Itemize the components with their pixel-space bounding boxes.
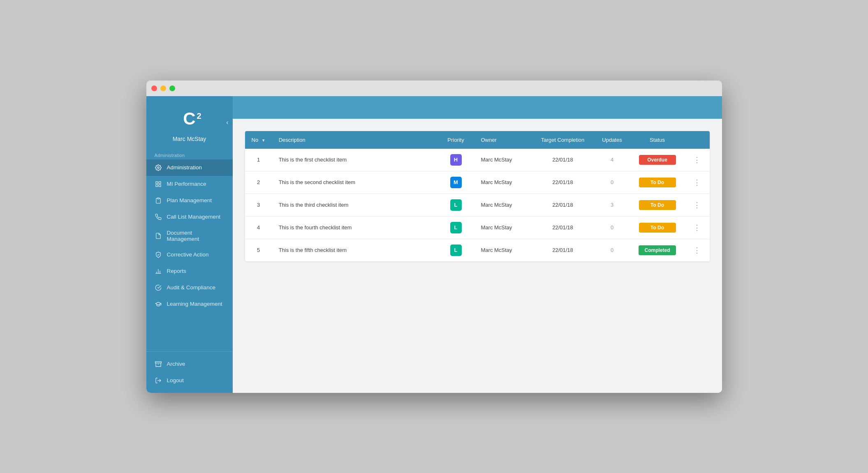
check-circle-icon	[155, 284, 162, 291]
col-header-description: Description	[272, 131, 437, 149]
table-row: 4 This is the fourth checklist item L Ma…	[245, 216, 710, 239]
user-name: Marc McStay	[173, 136, 206, 142]
cell-updates: 0	[594, 171, 631, 194]
data-table: No ▼ Description Priority Owner Target C…	[245, 131, 710, 261]
cell-description: This is the fourth checklist item	[272, 216, 437, 239]
sidebar-item-logout[interactable]: Logout	[146, 372, 233, 389]
cell-owner: Marc McStay	[475, 239, 532, 261]
col-header-actions	[684, 131, 710, 149]
cell-priority: L	[437, 194, 475, 216]
svg-rect-1	[156, 182, 158, 184]
svg-rect-5	[157, 198, 159, 199]
window-controls	[151, 85, 175, 91]
cell-description: This is the second checklist item	[272, 171, 437, 194]
sidebar-item-label: Archive	[167, 361, 185, 367]
priority-badge: L	[450, 222, 462, 233]
col-header-priority: Priority	[437, 131, 475, 149]
cell-actions: ⋮	[684, 171, 710, 194]
priority-badge: H	[450, 154, 462, 166]
sidebar-item-plan-management[interactable]: Plan Management	[146, 192, 233, 209]
sidebar-item-label: Administration	[167, 164, 202, 171]
minimize-button[interactable]	[160, 85, 166, 91]
cell-status: Overdue	[631, 149, 684, 171]
table-header-row: No ▼ Description Priority Owner Target C…	[245, 131, 710, 149]
cell-actions: ⋮	[684, 194, 710, 216]
col-header-no[interactable]: No ▼	[245, 131, 272, 149]
cell-target-completion: 22/01/18	[532, 171, 594, 194]
sidebar-item-administration[interactable]: Administration	[146, 159, 233, 176]
row-more-button[interactable]: ⋮	[691, 178, 703, 187]
cell-owner: Marc McStay	[475, 194, 532, 216]
app-container: ‹ C2 Marc McStay Administration Ad	[146, 96, 722, 393]
sidebar-item-call-list-management[interactable]: Call List Management	[146, 209, 233, 225]
cell-priority: L	[437, 239, 475, 261]
close-button[interactable]	[151, 85, 157, 91]
col-header-updates: Updates	[594, 131, 631, 149]
cell-target-completion: 22/01/18	[532, 149, 594, 171]
status-badge: To Do	[639, 178, 676, 187]
sidebar-item-label: Document Management	[167, 230, 225, 242]
sidebar-item-reports[interactable]: Reports	[146, 263, 233, 279]
shield-check-icon	[155, 251, 162, 258]
sidebar-item-label: Plan Management	[167, 197, 212, 203]
phone-icon	[155, 213, 162, 221]
sidebar-footer: Archive Logout	[146, 351, 233, 393]
status-badge: To Do	[639, 200, 676, 210]
sidebar-item-label: MI Performance	[167, 181, 206, 187]
data-table-container: No ▼ Description Priority Owner Target C…	[245, 131, 710, 261]
collapse-sidebar-button[interactable]: ‹	[226, 119, 228, 126]
sidebar-item-label: Logout	[167, 377, 184, 383]
sidebar-nav: Administration Administration	[146, 149, 233, 351]
cell-no: 4	[245, 216, 272, 239]
sidebar-item-learning-management[interactable]: Learning Management	[146, 296, 233, 312]
cell-owner: Marc McStay	[475, 216, 532, 239]
cell-actions: ⋮	[684, 149, 710, 171]
row-more-button[interactable]: ⋮	[691, 201, 703, 210]
cell-owner: Marc McStay	[475, 149, 532, 171]
table-row: 1 This is the first checklist item H Mar…	[245, 149, 710, 171]
cell-target-completion: 22/01/18	[532, 239, 594, 261]
svg-rect-10	[155, 362, 161, 363]
cell-no: 1	[245, 149, 272, 171]
sidebar-section-label: Administration	[146, 149, 233, 159]
col-header-owner: Owner	[475, 131, 532, 149]
row-more-button[interactable]: ⋮	[691, 155, 703, 164]
table-row: 5 This is the fifth checklist item L Mar…	[245, 239, 710, 261]
row-more-button[interactable]: ⋮	[691, 223, 703, 232]
cell-owner: Marc McStay	[475, 171, 532, 194]
logo-text: C2	[183, 110, 195, 127]
gear-icon	[155, 164, 162, 171]
cell-updates: 3	[594, 194, 631, 216]
sidebar-item-corrective-action[interactable]: Corrective Action	[146, 247, 233, 263]
status-badge: Completed	[639, 245, 676, 255]
sidebar-item-audit-compliance[interactable]: Audit & Compliance	[146, 279, 233, 296]
cell-description: This is the first checklist item	[272, 149, 437, 171]
sidebar-item-document-management[interactable]: Document Management	[146, 225, 233, 247]
app-window: ‹ C2 Marc McStay Administration Ad	[146, 81, 722, 393]
sidebar-item-archive[interactable]: Archive	[146, 356, 233, 372]
document-icon	[155, 232, 162, 240]
svg-rect-3	[159, 185, 161, 187]
cell-status: Completed	[631, 239, 684, 261]
cell-target-completion: 22/01/18	[532, 216, 594, 239]
sidebar-item-mi-performance[interactable]: MI Performance	[146, 176, 233, 192]
svg-rect-4	[156, 185, 158, 187]
priority-badge: L	[450, 245, 462, 256]
main-content: No ▼ Description Priority Owner Target C…	[233, 96, 722, 393]
sort-icon: ▼	[262, 138, 266, 143]
cell-target-completion: 22/01/18	[532, 194, 594, 216]
table-row: 2 This is the second checklist item M Ma…	[245, 171, 710, 194]
logo: C2	[175, 104, 204, 133]
svg-point-0	[157, 167, 159, 168]
cell-updates: 0	[594, 239, 631, 261]
maximize-button[interactable]	[169, 85, 175, 91]
table-row: 3 This is the third checklist item L Mar…	[245, 194, 710, 216]
grid-icon	[155, 180, 162, 188]
sidebar-item-label: Audit & Compliance	[167, 284, 216, 291]
cell-no: 5	[245, 239, 272, 261]
sidebar-item-label: Reports	[167, 268, 186, 274]
col-header-status: Status	[631, 131, 684, 149]
cell-updates: 4	[594, 149, 631, 171]
row-more-button[interactable]: ⋮	[691, 246, 703, 255]
cell-description: This is the fifth checklist item	[272, 239, 437, 261]
